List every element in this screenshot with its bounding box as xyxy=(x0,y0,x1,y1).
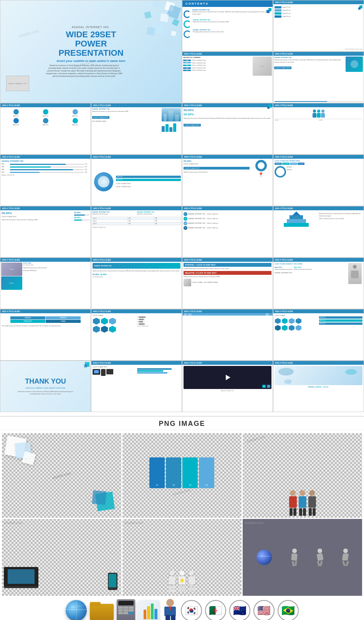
slide-icons-grid[interactable]: ADD A TITLE SLIDE Add text Add text xyxy=(0,103,91,155)
flag-algeria: 🇩🇿 xyxy=(205,600,226,620)
slide-people-icons[interactable]: ADD A TITLE SLIDE xyxy=(273,103,364,155)
slide-comparison-table-inner: ADD A TITLE SLIDE ASADAL INTERNET INC. S… xyxy=(91,206,182,257)
slide-title-bar: ADD A TITLE SLIDE xyxy=(273,0,364,4)
hero-subtitle: Insert your subtitle or main author's na… xyxy=(46,59,136,62)
slide-world-map[interactable]: ADD A TITLE SLIDE ASADAL ASADAL ASADAL xyxy=(273,361,364,412)
slide-contents[interactable]: CONTENTS ASADAL INTERNET INC. Started it… xyxy=(182,0,273,52)
png-cell-people: asadal.com xyxy=(243,433,362,518)
watermark: asadal.com xyxy=(18,28,40,38)
wm-3: asadal.com xyxy=(247,435,266,443)
slide-percent-large[interactable]: ADD A TITLE SLIDE 00.00% CLICK TO ADD TE… xyxy=(0,206,91,258)
slide-title-1-inner: ADD A TITLE SLIDE Chapter 01. asd Chapte… xyxy=(273,0,364,51)
slide-globe-city[interactable]: ADD A TITLE SLIDE CLICK TO ADD KEY WORDS… xyxy=(182,309,273,361)
hero-content: ASADAL INTERNET INC. WIDE 29SET POWER PR… xyxy=(46,26,136,78)
slide-positive-negative[interactable]: ADD A TITLE SLIDE POSITIVE ✓ CLICK TO AD… xyxy=(182,258,273,309)
slide-subject-title[interactable]: ADD A TITLE SLIDE CLICK TO ADD SUBJECT T… xyxy=(273,258,364,309)
icon-calculator xyxy=(117,599,135,620)
slide-thankyou[interactable]: THANK YOU Insert your subtitle or main a… xyxy=(0,361,91,412)
slide-contents-inner: CONTENTS ASADAL INTERNET INC. Started it… xyxy=(182,0,273,51)
slide-gradient-bar[interactable]: ADD A TITLE SLIDE ASADAL INTERNET INC. S… xyxy=(91,258,182,309)
swot-weakness: WEAKNESS xyxy=(46,316,81,319)
slide-globe-city-inner: ADD A TITLE SLIDE CLICK TO ADD KEY WORDS… xyxy=(182,309,273,360)
slide-oval-chart[interactable]: ADD A TITLE SLIDE ADD TEXT ADD TEXT CLIC… xyxy=(91,155,182,206)
slide-percent-1-inner: ADD A TITLE SLIDE 00.00% 00.00% Started … xyxy=(182,103,273,154)
flag-usa: 🇺🇸 xyxy=(253,600,275,620)
slide-swot-inner: ADD A TITLE SLIDE STRENGTH WEAKNESS OPPO… xyxy=(0,309,91,360)
slide-swot[interactable]: ADD A TITLE SLIDE STRENGTH WEAKNESS OPPO… xyxy=(0,309,91,361)
hero-logo: INSERT COMPANY LOGO xyxy=(6,76,29,91)
png-cell-squares: asadal.com xyxy=(2,433,121,518)
png-label: PNG IMAGE xyxy=(0,416,364,430)
main-container: INSERT COMPANY LOGO ASADAL INTERNET INC.… xyxy=(0,0,364,620)
slide-hexagons-inner: ADD A TITLE SLIDE CLICK TO ADD xyxy=(91,309,182,360)
contents-header: CONTENTS xyxy=(182,0,273,7)
slide-gradient-bar-inner: ADD A TITLE SLIDE ASADAL INTERNET INC. S… xyxy=(91,258,182,309)
slide-people-icons-inner: ADD A TITLE SLIDE xyxy=(273,103,364,154)
slide-oval-chart-inner: ADD A TITLE SLIDE ADD TEXT ADD TEXT CLIC… xyxy=(91,155,182,206)
slide-pyramid[interactable]: ADD A TITLE SLIDE Started its business i… xyxy=(273,206,364,258)
png-cell-blue-rects: 01 02 03 04 asadal.com xyxy=(122,433,242,518)
slide-hexagons[interactable]: ADD A TITLE SLIDE CLICK TO ADD xyxy=(91,309,182,361)
bottom-icons-grid: 🇰🇷 🇩🇿 🇳🇿 🇺🇸 🇧🇷 xyxy=(4,599,360,620)
slide-text-img-1[interactable]: ADD A TITLE SLIDE ASADAL INTERNET INC. S… xyxy=(273,52,364,103)
icon-barchart xyxy=(138,600,159,620)
slide-photo-text[interactable]: ADD A TITLE SLIDE Photo Photo CLICK TO A… xyxy=(0,258,91,309)
slide-keywords-inner: ADD A TITLE SLIDE CLICK TO ADD KEY WORDS… xyxy=(273,155,364,206)
slide-percent-large-inner: ADD A TITLE SLIDE 00.00% CLICK TO ADD TE… xyxy=(0,206,91,257)
slide-percent-1[interactable]: ADD A TITLE SLIDE 00.00% 00.00% Started … xyxy=(182,103,273,155)
slide-devices[interactable]: ADD A TITLE SLIDE CLICK TO ADD TEXT xyxy=(91,361,182,412)
slide-keywords[interactable]: ADD A TITLE SLIDE CLICK TO ADD KEY WORDS… xyxy=(273,155,364,206)
slide-video[interactable]: ADD A TITLE SLIDE 3 2 ASADAL INTERNET IN… xyxy=(182,361,273,412)
slides-section: INSERT COMPANY LOGO ASADAL INTERNET INC.… xyxy=(0,0,364,412)
slide-thankyou-inner: THANK YOU Insert your subtitle or main a… xyxy=(0,361,91,412)
png-cell-gray-figures: asadal.com xyxy=(243,519,362,596)
png-cell-mannequins: asadal.com xyxy=(122,519,242,596)
slide-building-chart[interactable]: ADD A TITLE SLIDE ASADAL INTERNET INC. S… xyxy=(91,103,182,155)
slide-hex-circles-inner: ADD A TITLE SLIDE CLICK TO ADD xyxy=(273,309,364,360)
swot-grid: STRENGTH WEAKNESS OPPORTUNITY THREAT xyxy=(10,316,81,323)
slide-cycle-inner: ADD A TITLE SLIDE 01 ASADAL INTERNET INC… xyxy=(182,206,273,257)
slide-bar-chart-inner: ADD A TITLE SLIDE ASADAL INTERNET INC. 2… xyxy=(0,155,91,206)
slide-history[interactable]: ADD A TITLE SLIDE HISTORY OF COMPANY 199… xyxy=(182,52,273,103)
swot-strength: STRENGTH xyxy=(10,316,45,319)
swot-threat: THREAT xyxy=(46,320,81,323)
swot-opportunity: OPPORTUNITY xyxy=(10,320,45,323)
flag-korea: 🇰🇷 xyxy=(181,600,202,620)
thankyou-text: THANK YOU xyxy=(25,377,66,386)
hero-company: ASADAL INTERNET INC. xyxy=(46,26,136,28)
hero-description: Started its business in Seoul Korea in F… xyxy=(46,64,122,77)
slide-text-img-1-inner: ADD A TITLE SLIDE ASADAL INTERNET INC. S… xyxy=(273,52,364,103)
slide-pos-neg-inner: ADD A TITLE SLIDE POSITIVE ✓ CLICK TO AD… xyxy=(182,258,273,309)
flag-brazil: 🇧🇷 xyxy=(278,600,299,620)
png-cell-tech: asadal.com xyxy=(2,519,121,596)
slide-hero[interactable]: INSERT COMPANY LOGO ASADAL INTERNET INC.… xyxy=(0,0,182,103)
slide-devices-inner: ADD A TITLE SLIDE CLICK TO ADD TEXT xyxy=(91,361,182,412)
slide-bar-chart[interactable]: ADD A TITLE SLIDE ASADAL INTERNET INC. 2… xyxy=(0,155,91,206)
png-section: PNG IMAGE asadal.com xyxy=(0,412,364,620)
slide-subject-title-inner: ADD A TITLE SLIDE CLICK TO ADD SUBJECT T… xyxy=(273,258,364,309)
slide-pyramid-inner: ADD A TITLE SLIDE Started its business i… xyxy=(273,206,364,257)
slide-building-chart-inner: ADD A TITLE SLIDE ASADAL INTERNET INC. S… xyxy=(91,103,182,154)
slide-comparison-table[interactable]: ADD A TITLE SLIDE ASADAL INTERNET INC. S… xyxy=(91,206,182,258)
slide-photo-text-inner: ADD A TITLE SLIDE Photo Photo CLICK TO A… xyxy=(0,258,91,309)
slide-donut-location-inner: ADD A TITLE SLIDE 00.00% CLICK TO ADD TE… xyxy=(182,155,273,206)
icon-folder xyxy=(90,601,114,620)
bottom-icons-section: 🇰🇷 🇩🇿 🇳🇿 🇺🇸 🇧🇷 xyxy=(0,597,364,620)
slide-video-inner: ADD A TITLE SLIDE 3 2 ASADAL INTERNET IN… xyxy=(182,361,273,412)
icon-business-figure xyxy=(162,599,178,620)
slide-icons-grid-inner: ADD A TITLE SLIDE Add text Add text xyxy=(0,103,91,154)
wm-1: asadal.com xyxy=(52,471,71,480)
slide-world-map-inner: ADD A TITLE SLIDE ASADAL ASADAL ASADAL xyxy=(273,361,364,412)
flag-newzealand: 🇳🇿 xyxy=(229,600,250,620)
slide-cycle[interactable]: ADD A TITLE SLIDE 01 ASADAL INTERNET INC… xyxy=(182,206,273,258)
slide-history-inner: ADD A TITLE SLIDE HISTORY OF COMPANY 199… xyxy=(182,52,273,103)
slide-grid: INSERT COMPANY LOGO ASADAL INTERNET INC.… xyxy=(0,0,364,412)
icon-globe xyxy=(66,600,87,620)
wm-2: asadal.com xyxy=(172,487,192,496)
slide-hex-circles[interactable]: ADD A TITLE SLIDE CLICK TO ADD xyxy=(273,309,364,361)
hero-title: WIDE 29SET POWER PRESENTATION xyxy=(46,30,136,58)
slide-title-1[interactable]: ADD A TITLE SLIDE Chapter 01. asd Chapte… xyxy=(273,0,364,52)
slide-donut-location[interactable]: ADD A TITLE SLIDE 00.00% CLICK TO ADD TE… xyxy=(182,155,273,206)
